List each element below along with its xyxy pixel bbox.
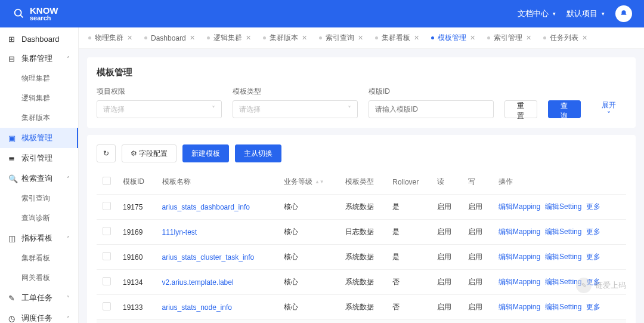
- sidebar-subitem[interactable]: 集群看板: [0, 248, 78, 268]
- query-button[interactable]: 查 询: [548, 100, 581, 118]
- close-icon[interactable]: ✕: [246, 34, 251, 42]
- chevron-icon: ˅: [67, 295, 70, 302]
- close-icon[interactable]: ✕: [414, 34, 419, 42]
- tab[interactable]: 集群版本✕: [258, 30, 312, 45]
- table-row: 19133 arius_stats_node_info 核心 系统数据 否 启用…: [97, 295, 626, 320]
- cell-rollover: 是: [386, 245, 431, 270]
- row-checkbox[interactable]: [103, 252, 111, 260]
- edit-setting-link[interactable]: 编辑Setting: [545, 252, 581, 262]
- row-checkbox[interactable]: [103, 277, 111, 285]
- template-name-link[interactable]: arius_stats_node_info: [162, 303, 232, 312]
- col-ops: 操作: [493, 170, 626, 195]
- close-icon[interactable]: ✕: [190, 34, 195, 42]
- tab[interactable]: 模板管理✕: [426, 30, 480, 45]
- expand-button[interactable]: 展开 ˅: [592, 100, 626, 118]
- filter-id-input[interactable]: [369, 100, 494, 118]
- fields-config-button[interactable]: ⚙ 字段配置: [122, 144, 177, 162]
- sidebar-item[interactable]: ◫指标看板˄: [0, 228, 78, 248]
- sidebar-subitem[interactable]: 逻辑集群: [0, 88, 78, 108]
- tab-dot: [88, 36, 91, 39]
- edit-mapping-link[interactable]: 编辑Mapping: [499, 227, 540, 237]
- tab-dot: [263, 36, 266, 39]
- sidebar-item[interactable]: ✎工单任务˅: [0, 288, 78, 308]
- cell-read: 启用: [431, 195, 462, 220]
- cell-id: 19175: [117, 195, 156, 220]
- sidebar-subitem[interactable]: 索引查询: [0, 189, 78, 208]
- edit-mapping-link[interactable]: 编辑Mapping: [499, 277, 540, 287]
- cell-rollover: 否: [386, 270, 431, 295]
- sidebar-item[interactable]: ◷调度任务˄: [0, 308, 78, 323]
- col-name: 模板名称: [156, 170, 278, 195]
- sidebar-item[interactable]: ⊟集群管理˄: [0, 48, 78, 69]
- sidebar-subitem[interactable]: 物理集群: [0, 69, 78, 88]
- sidebar-subitem[interactable]: 网关看板: [0, 268, 78, 288]
- template-name-link[interactable]: v2.arius.template.label: [162, 278, 234, 287]
- sidebar-subitem[interactable]: 查询诊断: [0, 208, 78, 228]
- edit-setting-link[interactable]: 编辑Setting: [545, 202, 581, 212]
- select-all-checkbox[interactable]: [103, 177, 111, 185]
- tab[interactable]: 索引查询✕: [314, 30, 368, 45]
- chevron-icon: ˄: [67, 56, 70, 62]
- tab[interactable]: 集群看板✕: [370, 30, 424, 45]
- edit-setting-link[interactable]: 编辑Setting: [545, 227, 581, 237]
- template-name-link[interactable]: 111lyn-test: [162, 228, 197, 236]
- tab[interactable]: 任务列表✕: [538, 30, 592, 45]
- more-link[interactable]: 更多: [586, 252, 600, 262]
- tab[interactable]: 物理集群✕: [83, 30, 137, 45]
- tab[interactable]: Dashboard✕: [140, 32, 200, 45]
- switch-master-button[interactable]: 主从切换: [235, 144, 281, 162]
- brand-line1: KNOW: [30, 6, 58, 15]
- sidebar-item[interactable]: ▣模板管理: [0, 128, 78, 148]
- close-icon[interactable]: ✕: [470, 34, 475, 42]
- row-checkbox[interactable]: [103, 302, 111, 310]
- cell-write: 启用: [462, 195, 493, 220]
- notification-icon[interactable]: [615, 5, 632, 22]
- menu-icon: ⊞: [8, 35, 17, 44]
- edit-setting-link[interactable]: 编辑Setting: [545, 302, 581, 312]
- sidebar-subitem[interactable]: 集群版本: [0, 108, 78, 128]
- table-row: 19132 arius_stats_index_infoarius_stats_…: [97, 320, 626, 324]
- row-checkbox[interactable]: [103, 202, 111, 210]
- cell-type: 系统数据: [339, 195, 387, 220]
- edit-mapping-link[interactable]: 编辑Mapping: [499, 302, 540, 312]
- default-project-link[interactable]: 默认项目: [566, 8, 605, 19]
- col-rollover: Rollover: [386, 170, 431, 195]
- close-icon[interactable]: ✕: [358, 34, 363, 42]
- close-icon[interactable]: ✕: [582, 34, 587, 42]
- row-checkbox[interactable]: [103, 227, 111, 235]
- close-icon[interactable]: ✕: [302, 34, 307, 42]
- brand-logo: KNOW search: [12, 6, 58, 21]
- close-icon[interactable]: ✕: [526, 34, 531, 42]
- more-link[interactable]: 更多: [586, 202, 600, 212]
- col-level[interactable]: 业务等级▲▼: [278, 170, 339, 195]
- filter-project-select[interactable]: 请选择˅: [97, 100, 222, 118]
- sort-icon: ▲▼: [315, 180, 324, 183]
- cell-rollover: 否: [386, 320, 431, 324]
- template-name-link[interactable]: arius_stats_cluster_task_info: [162, 253, 255, 262]
- chevron-icon: ˄: [67, 235, 70, 242]
- more-link[interactable]: 更多: [586, 227, 600, 237]
- table-card: ↻ ⚙ 字段配置 新建模板 主从切换 模板ID 模板名称 业务等级▲▼ 模板类型…: [87, 135, 636, 323]
- cell-level: 核心: [278, 295, 339, 320]
- tab[interactable]: 索引管理✕: [482, 30, 536, 45]
- sidebar-item[interactable]: ≣索引管理: [0, 148, 78, 168]
- more-link[interactable]: 更多: [586, 302, 600, 312]
- edit-mapping-link[interactable]: 编辑Mapping: [499, 252, 540, 262]
- filter-project-label: 项目权限: [97, 87, 222, 97]
- cell-write: 启用: [462, 270, 493, 295]
- reset-button[interactable]: 重 置: [504, 100, 537, 118]
- doc-center-link[interactable]: 文档中心: [518, 8, 556, 19]
- template-name-link[interactable]: arius_stats_dashboard_info: [162, 203, 250, 211]
- filter-type-select[interactable]: 请选择˅: [233, 100, 358, 118]
- close-icon[interactable]: ✕: [127, 34, 132, 42]
- brand-line2: search: [30, 15, 58, 21]
- cell-level: 核心: [278, 245, 339, 270]
- refresh-button[interactable]: ↻: [97, 144, 116, 162]
- sidebar-item[interactable]: 🔍检索查询˄: [0, 168, 78, 189]
- sidebar-item[interactable]: ⊞Dashboard: [0, 30, 78, 48]
- edit-mapping-link[interactable]: 编辑Mapping: [499, 202, 540, 212]
- cell-write: 启用: [462, 320, 493, 324]
- tab[interactable]: 逻辑集群✕: [202, 30, 256, 45]
- cell-id: 19132: [117, 320, 156, 324]
- new-template-button[interactable]: 新建模板: [182, 144, 229, 162]
